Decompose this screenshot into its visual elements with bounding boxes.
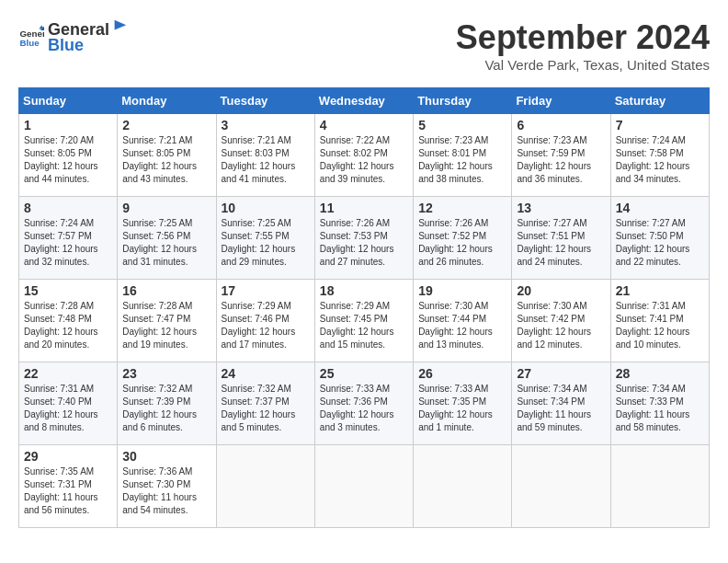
cell-info: Sunrise: 7:28 AMSunset: 7:48 PMDaylight:… [24, 301, 98, 350]
svg-marker-4 [115, 20, 127, 30]
day-number: 24 [222, 366, 310, 381]
cell-info: Sunrise: 7:32 AMSunset: 7:39 PMDaylight:… [122, 384, 197, 432]
calendar-cell: 22Sunrise: 7:31 AMSunset: 7:40 PMDayligh… [19, 362, 118, 445]
calendar-cell [314, 445, 413, 528]
cell-info: Sunrise: 7:33 AMSunset: 7:36 PMDaylight:… [320, 384, 394, 432]
calendar-cell: 26Sunrise: 7:33 AMSunset: 7:35 PMDayligh… [414, 362, 512, 445]
calendar-cell: 8Sunrise: 7:24 AMSunset: 7:57 PMDaylight… [19, 197, 118, 280]
calendar-header-monday: Monday [118, 88, 216, 114]
cell-info: Sunrise: 7:30 AMSunset: 7:44 PMDaylight:… [418, 301, 493, 350]
calendar-cell: 9Sunrise: 7:25 AMSunset: 7:56 PMDaylight… [118, 197, 216, 280]
logo-flag-icon [111, 18, 128, 35]
cell-info: Sunrise: 7:21 AMSunset: 8:05 PMDaylight:… [122, 135, 197, 184]
day-number: 23 [122, 366, 210, 381]
calendar-cell: 27Sunrise: 7:34 AMSunset: 7:34 PMDayligh… [512, 362, 610, 445]
calendar-header-tuesday: Tuesday [216, 88, 314, 114]
month-title: September 2024 [456, 18, 710, 57]
cell-info: Sunrise: 7:22 AMSunset: 8:02 PMDaylight:… [320, 135, 394, 184]
cell-info: Sunrise: 7:31 AMSunset: 7:41 PMDaylight:… [616, 301, 690, 350]
calendar-cell: 11Sunrise: 7:26 AMSunset: 7:53 PMDayligh… [314, 197, 413, 280]
day-number: 17 [222, 283, 310, 298]
calendar-cell: 19Sunrise: 7:30 AMSunset: 7:44 PMDayligh… [414, 280, 512, 362]
day-number: 12 [418, 201, 506, 215]
day-number: 1 [24, 118, 112, 132]
calendar-body: 1Sunrise: 7:20 AMSunset: 8:05 PMDaylight… [19, 114, 710, 528]
calendar-cell: 4Sunrise: 7:22 AMSunset: 8:02 PMDaylight… [314, 114, 413, 197]
cell-info: Sunrise: 7:34 AMSunset: 7:33 PMDaylight:… [616, 384, 690, 432]
cell-info: Sunrise: 7:25 AMSunset: 7:55 PMDaylight:… [222, 218, 296, 267]
cell-info: Sunrise: 7:31 AMSunset: 7:40 PMDaylight:… [24, 384, 98, 432]
day-number: 22 [24, 366, 112, 381]
calendar-cell [414, 445, 512, 528]
calendar-cell: 1Sunrise: 7:20 AMSunset: 8:05 PMDaylight… [19, 114, 118, 197]
calendar-cell: 20Sunrise: 7:30 AMSunset: 7:42 PMDayligh… [512, 280, 610, 362]
cell-info: Sunrise: 7:26 AMSunset: 7:53 PMDaylight:… [320, 218, 394, 267]
day-number: 11 [320, 201, 408, 215]
svg-text:Blue: Blue [19, 38, 40, 48]
calendar-cell [216, 445, 314, 528]
calendar-header-thursday: Thursday [414, 88, 512, 114]
calendar-cell [610, 445, 709, 528]
cell-info: Sunrise: 7:23 AMSunset: 7:59 PMDaylight:… [517, 135, 591, 184]
calendar-header-friday: Friday [512, 88, 610, 114]
calendar-header-row: SundayMondayTuesdayWednesdayThursdayFrid… [19, 88, 710, 114]
calendar-week-2: 8Sunrise: 7:24 AMSunset: 7:57 PMDaylight… [19, 197, 710, 280]
cell-info: Sunrise: 7:29 AMSunset: 7:45 PMDaylight:… [320, 301, 394, 350]
calendar-week-1: 1Sunrise: 7:20 AMSunset: 8:05 PMDaylight… [19, 114, 710, 197]
day-number: 15 [24, 283, 112, 298]
calendar-cell: 14Sunrise: 7:27 AMSunset: 7:50 PMDayligh… [610, 197, 709, 280]
calendar-cell: 6Sunrise: 7:23 AMSunset: 7:59 PMDaylight… [512, 114, 610, 197]
calendar-cell: 12Sunrise: 7:26 AMSunset: 7:52 PMDayligh… [414, 197, 512, 280]
day-number: 20 [517, 283, 605, 298]
day-number: 25 [320, 366, 408, 381]
day-number: 14 [616, 201, 704, 215]
day-number: 6 [517, 118, 605, 132]
calendar-week-5: 29Sunrise: 7:35 AMSunset: 7:31 PMDayligh… [19, 445, 710, 528]
calendar-cell: 7Sunrise: 7:24 AMSunset: 7:58 PMDaylight… [610, 114, 709, 197]
day-number: 8 [24, 201, 112, 215]
day-number: 16 [122, 283, 210, 298]
calendar-cell: 13Sunrise: 7:27 AMSunset: 7:51 PMDayligh… [512, 197, 610, 280]
day-number: 29 [24, 449, 112, 464]
day-number: 30 [122, 449, 210, 464]
cell-info: Sunrise: 7:25 AMSunset: 7:56 PMDaylight:… [122, 218, 197, 267]
day-number: 13 [517, 201, 605, 215]
cell-info: Sunrise: 7:29 AMSunset: 7:46 PMDaylight:… [222, 301, 296, 350]
calendar-cell: 18Sunrise: 7:29 AMSunset: 7:45 PMDayligh… [314, 280, 413, 362]
location-subtitle: Val Verde Park, Texas, United States [456, 57, 710, 73]
cell-info: Sunrise: 7:24 AMSunset: 7:58 PMDaylight:… [616, 135, 690, 184]
calendar-header-saturday: Saturday [610, 88, 709, 114]
day-number: 9 [122, 201, 210, 215]
cell-info: Sunrise: 7:20 AMSunset: 8:05 PMDaylight:… [24, 135, 98, 184]
page-header: General Blue General Blue September 2024… [18, 18, 710, 73]
calendar-table: SundayMondayTuesdayWednesdayThursdayFrid… [18, 87, 710, 528]
logo: General Blue General Blue [18, 18, 128, 55]
calendar-cell: 29Sunrise: 7:35 AMSunset: 7:31 PMDayligh… [19, 445, 118, 528]
calendar-cell: 30Sunrise: 7:36 AMSunset: 7:30 PMDayligh… [118, 445, 216, 528]
title-section: September 2024 Val Verde Park, Texas, Un… [456, 18, 710, 73]
calendar-week-4: 22Sunrise: 7:31 AMSunset: 7:40 PMDayligh… [19, 362, 710, 445]
day-number: 4 [320, 118, 408, 132]
day-number: 26 [418, 366, 506, 381]
cell-info: Sunrise: 7:27 AMSunset: 7:51 PMDaylight:… [517, 218, 591, 267]
calendar-cell: 28Sunrise: 7:34 AMSunset: 7:33 PMDayligh… [610, 362, 709, 445]
cell-info: Sunrise: 7:24 AMSunset: 7:57 PMDaylight:… [24, 218, 98, 267]
calendar-header-sunday: Sunday [19, 88, 118, 114]
day-number: 5 [418, 118, 506, 132]
calendar-header-wednesday: Wednesday [314, 88, 413, 114]
cell-info: Sunrise: 7:26 AMSunset: 7:52 PMDaylight:… [418, 218, 493, 267]
calendar-cell: 25Sunrise: 7:33 AMSunset: 7:36 PMDayligh… [314, 362, 413, 445]
cell-info: Sunrise: 7:28 AMSunset: 7:47 PMDaylight:… [122, 301, 197, 350]
calendar-cell: 24Sunrise: 7:32 AMSunset: 7:37 PMDayligh… [216, 362, 314, 445]
day-number: 28 [616, 366, 704, 381]
cell-info: Sunrise: 7:34 AMSunset: 7:34 PMDaylight:… [517, 384, 591, 432]
calendar-cell: 2Sunrise: 7:21 AMSunset: 8:05 PMDaylight… [118, 114, 216, 197]
day-number: 21 [616, 283, 704, 298]
calendar-cell: 15Sunrise: 7:28 AMSunset: 7:48 PMDayligh… [19, 280, 118, 362]
day-number: 3 [222, 118, 310, 132]
day-number: 2 [122, 118, 210, 132]
calendar-cell: 16Sunrise: 7:28 AMSunset: 7:47 PMDayligh… [118, 280, 216, 362]
calendar-cell: 10Sunrise: 7:25 AMSunset: 7:55 PMDayligh… [216, 197, 314, 280]
day-number: 18 [320, 283, 408, 298]
calendar-cell: 23Sunrise: 7:32 AMSunset: 7:39 PMDayligh… [118, 362, 216, 445]
